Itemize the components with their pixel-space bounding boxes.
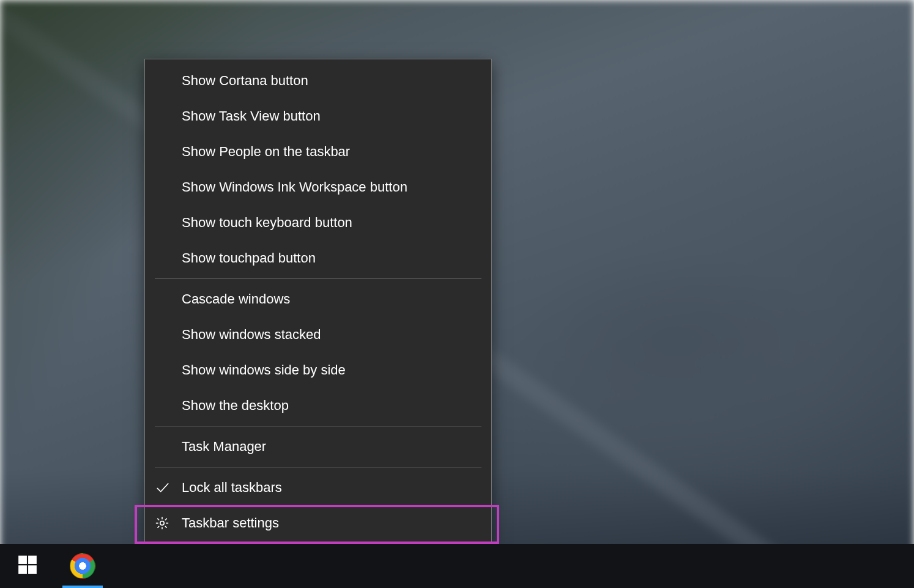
svg-point-0 bbox=[160, 521, 164, 525]
windows-logo-icon bbox=[17, 554, 38, 578]
menu-item-label: Cascade windows bbox=[182, 291, 480, 307]
blank-icon bbox=[155, 362, 182, 379]
menu-item-task-manager[interactable]: Task Manager bbox=[145, 429, 491, 464]
blank-icon bbox=[155, 214, 182, 231]
blank-icon bbox=[155, 397, 182, 414]
menu-item-show-windows-side-by-side[interactable]: Show windows side by side bbox=[145, 352, 491, 388]
start-button[interactable] bbox=[0, 544, 55, 588]
menu-item-label: Show windows stacked bbox=[182, 327, 480, 343]
blank-icon bbox=[155, 438, 182, 455]
menu-item-label: Show Windows Ink Workspace button bbox=[182, 179, 480, 195]
menu-item-label: Task Manager bbox=[182, 439, 480, 455]
menu-item-show-windows-ink-workspace-button[interactable]: Show Windows Ink Workspace button bbox=[145, 169, 491, 205]
blank-icon bbox=[155, 143, 182, 160]
menu-item-label: Show touchpad button bbox=[182, 250, 480, 266]
gear-icon bbox=[155, 515, 182, 532]
menu-item-label: Show the desktop bbox=[182, 398, 480, 414]
blank-icon bbox=[155, 179, 182, 196]
taskbar-app-chrome[interactable] bbox=[55, 544, 110, 588]
blank-icon bbox=[155, 108, 182, 125]
menu-item-show-cortana-button[interactable]: Show Cortana button bbox=[145, 63, 491, 99]
menu-item-show-people-on-the-taskbar[interactable]: Show People on the taskbar bbox=[145, 134, 491, 169]
active-app-underline bbox=[62, 586, 103, 588]
menu-item-show-windows-stacked[interactable]: Show windows stacked bbox=[145, 317, 491, 352]
taskbar bbox=[0, 544, 914, 588]
svg-rect-3 bbox=[18, 565, 27, 574]
menu-item-taskbar-settings[interactable]: Taskbar settings bbox=[145, 505, 491, 541]
blank-icon bbox=[155, 250, 182, 267]
chrome-icon bbox=[70, 553, 95, 579]
blank-icon bbox=[155, 72, 182, 89]
svg-rect-1 bbox=[18, 556, 27, 564]
menu-item-show-task-view-button[interactable]: Show Task View button bbox=[145, 99, 491, 134]
menu-item-cascade-windows[interactable]: Cascade windows bbox=[145, 281, 491, 317]
svg-rect-2 bbox=[28, 556, 37, 564]
menu-item-show-the-desktop[interactable]: Show the desktop bbox=[145, 388, 491, 423]
menu-item-label: Show windows side by side bbox=[182, 362, 480, 378]
menu-separator bbox=[155, 467, 481, 467]
menu-item-label: Show Cortana button bbox=[182, 73, 480, 89]
taskbar-context-menu: Show Cortana button Show Task View butto… bbox=[144, 59, 492, 544]
menu-separator bbox=[155, 426, 481, 426]
menu-item-show-touch-keyboard-button[interactable]: Show touch keyboard button bbox=[145, 205, 491, 240]
check-icon bbox=[155, 479, 182, 496]
menu-item-lock-all-taskbars[interactable]: Lock all taskbars bbox=[145, 470, 491, 505]
svg-rect-4 bbox=[28, 565, 37, 574]
menu-item-show-touchpad-button[interactable]: Show touchpad button bbox=[145, 240, 491, 276]
blank-icon bbox=[155, 291, 182, 308]
menu-item-label: Show Task View button bbox=[182, 108, 480, 124]
menu-separator bbox=[155, 278, 481, 279]
blank-icon bbox=[155, 326, 182, 343]
menu-item-label: Lock all taskbars bbox=[182, 480, 480, 496]
menu-item-label: Show People on the taskbar bbox=[182, 144, 480, 160]
menu-item-label: Taskbar settings bbox=[182, 515, 480, 531]
menu-item-label: Show touch keyboard button bbox=[182, 215, 480, 231]
